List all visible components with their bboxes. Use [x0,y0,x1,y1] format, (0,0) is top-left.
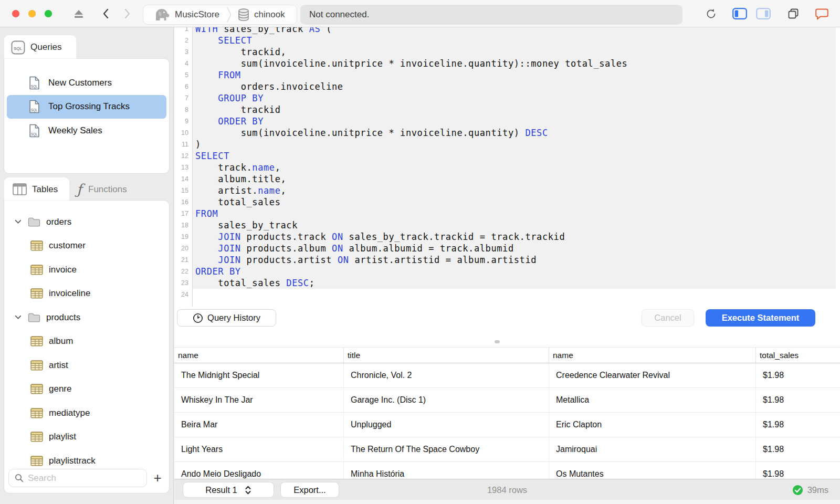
code-line: track.name, [192,162,836,173]
sql-editor[interactable]: 1 WITH sales_by_track AS ( 2 SELECT 3 tr… [174,27,840,307]
table-row[interactable]: The Midnight SpecialChronicle, Vol. 2Cre… [174,363,840,388]
cell[interactable]: $1.98 [756,388,840,412]
column-header[interactable]: total_sales [756,348,840,363]
cell[interactable]: Beira Mar [174,413,344,437]
gutter-divider [192,27,193,307]
folder-icon [27,312,41,323]
code-line: WITH sales_by_track AS ( [192,27,836,35]
table-icon [30,265,43,275]
tree-folder-row[interactable]: products [4,306,169,330]
execute-statement-button[interactable]: Execute Statement [706,309,815,327]
table-name: playlisttrack [49,456,96,466]
query-history-button[interactable]: Query History [177,309,276,327]
chevron-down-icon[interactable] [15,315,22,320]
windows-overlap-icon[interactable] [786,0,800,27]
window-bottom-edge [174,500,840,504]
cell[interactable]: $1.98 [756,437,840,461]
tree-table-row[interactable]: mediatype [4,401,169,425]
cell[interactable]: Unplugged [344,413,549,437]
cell[interactable]: $1.98 [756,363,840,387]
toggle-left-sidebar-icon[interactable] [732,0,747,27]
cancel-button[interactable]: Cancel [642,309,694,327]
table-row[interactable]: Whiskey In The JarGarage Inc. (Disc 1)Me… [174,388,840,413]
tree-table-row[interactable]: customer [4,234,169,258]
column-header[interactable]: name [549,348,756,363]
eject-icon[interactable] [72,0,85,27]
feedback-chat-icon[interactable] [814,0,829,27]
results-statusbar: 1984 rows Result 1 Export... 39ms [174,479,840,500]
cell[interactable]: Chronicle, Vol. 2 [344,363,549,387]
line-number: 17 [174,208,192,219]
query-list: SQL New Customers SQL Top Grossing Track… [4,59,169,143]
tables-search-input[interactable] [28,473,146,484]
schema-name: orders [46,217,71,227]
tab-queries[interactable]: SQL Queries [4,35,76,59]
tree-table-row[interactable]: artist [4,353,169,377]
line-number: 3 [174,46,192,58]
code-line: sum(invoiceline.unitprice * invoiceline.… [192,127,836,139]
result-selector-dropdown[interactable]: Result 1 [183,482,274,498]
code-line: sales_by_track [192,219,836,231]
column-header[interactable]: name [174,348,344,363]
close-window-button[interactable] [12,10,19,17]
zoom-window-button[interactable] [45,10,52,17]
results-table: nametitlenametotal_sales The Midnight Sp… [174,347,840,487]
column-header[interactable]: title [344,348,549,363]
code-line: artist.name, [192,185,836,196]
cell[interactable]: Eric Clapton [549,413,756,437]
query-list-item[interactable]: SQL New Customers [7,71,166,95]
export-button[interactable]: Export... [280,482,339,498]
cell[interactable]: Garage Inc. (Disc 1) [344,388,549,412]
code-line: FROM [192,69,836,81]
tree-table-row[interactable]: playlist [4,425,169,449]
back-button[interactable] [100,0,111,27]
table-name: artist [49,360,68,371]
tab-functions[interactable]: ƒ Functions [69,177,153,201]
code-line: ORDER BY [192,116,836,127]
cell[interactable]: The Midnight Special [174,363,344,387]
minimize-window-button[interactable] [28,10,36,17]
line-number: 13 [174,162,192,173]
line-number: 20 [174,243,192,254]
code-line: FROM [192,208,836,219]
tables-tab-icon [13,183,27,195]
chevron-down-icon[interactable] [15,219,22,224]
cell[interactable]: Creedence Clearwater Revival [549,363,756,387]
table-name: mediatype [49,408,90,418]
clock-icon [193,313,203,323]
toggle-right-sidebar-icon[interactable] [756,0,771,27]
line-number: 10 [174,127,192,139]
query-name: New Customers [48,78,112,88]
table-icon [30,432,43,442]
cell[interactable]: Light Years [174,437,344,461]
add-table-button[interactable]: + [150,470,165,485]
main-area: 1 WITH sales_by_track AS ( 2 SELECT 3 tr… [174,27,840,504]
forward-button[interactable] [122,0,133,27]
cell[interactable]: $1.98 [756,413,840,437]
cell[interactable]: The Return Of The Space Cowboy [344,437,549,461]
breadcrumb-server[interactable]: MusicStore [175,9,219,20]
refresh-icon[interactable] [704,0,718,27]
code-line: GROUP BY [192,92,836,104]
tree-table-row[interactable]: invoice [4,258,169,282]
cell[interactable]: Whiskey In The Jar [174,388,344,412]
cell[interactable]: Jamiroquai [549,437,756,461]
tables-search-field[interactable] [8,469,147,487]
query-list-item[interactable]: SQL Top Grossing Tracks [7,95,166,119]
tree-table-row[interactable]: invoiceline [4,282,169,306]
code-line: ORDER BY [192,266,836,277]
table-row[interactable]: Beira MarUnpluggedEric Clapton$1.98 [174,413,840,437]
line-number: 12 [174,150,192,162]
tree-folder-row[interactable]: orders [4,210,169,234]
tab-tables[interactable]: Tables [4,177,69,201]
tree-table-row[interactable]: album [4,330,169,354]
line-number: 15 [174,185,192,196]
table-row[interactable]: Light YearsThe Return Of The Space Cowbo… [174,437,840,462]
cell[interactable]: Metallica [549,388,756,412]
breadcrumb-database[interactable]: chinook [254,9,285,20]
tree-table-row[interactable]: genre [4,377,169,402]
splitter-handle[interactable] [495,340,500,343]
table-icon [30,408,43,418]
query-list-item[interactable]: SQL Weekly Sales [7,119,166,143]
result-selector-label: Result 1 [205,485,237,495]
